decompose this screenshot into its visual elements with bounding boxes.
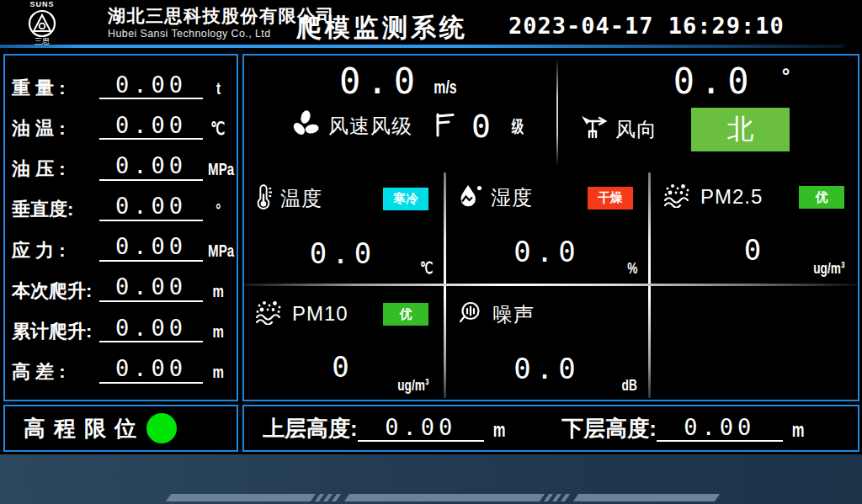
oil-pressure-row: 油 压 : 0.00 MPa — [12, 153, 233, 181]
grid-divider — [244, 284, 858, 286]
weight-value: 0.00 — [99, 72, 203, 100]
humidity-drop-icon — [458, 183, 483, 213]
pm25-cell: PM2.5 优 0 ug/m³ — [652, 171, 858, 282]
current-climb-label: 本次爬升: — [12, 280, 99, 302]
weight-unit: t — [216, 77, 220, 99]
height-diff-value: 0.00 — [99, 356, 203, 384]
datetime-display: 2023-04-17 16:29:10 — [508, 13, 785, 39]
current-climb-unit: m — [212, 279, 223, 302]
verticality-unit: ° — [216, 198, 221, 220]
logo-suns-text: SUNS — [22, 1, 62, 8]
stress-label: 应 力 : — [12, 240, 99, 262]
oil-pressure-label: 油 压 : — [12, 158, 99, 180]
temperature-label: 温度 — [280, 185, 322, 212]
fan-icon — [290, 109, 322, 144]
header-accent-line — [0, 45, 844, 48]
oil-temp-unit: ℃ — [211, 117, 226, 140]
noise-value: 0.0 — [448, 352, 646, 385]
oil-temp-label: 油 温 : — [12, 118, 99, 140]
pm25-unit: ug/m³ — [814, 259, 845, 279]
sensor-grid: 温度 寒冷 0.0 ℃ 湿度 干燥 — [244, 171, 858, 400]
monitoring-screen: SUNS 三思 湖北三思科技股份有限公司 Hubei Sansi Technol… — [0, 0, 862, 504]
lower-height-label: 下层高度: — [561, 416, 657, 442]
height-diff-unit: m — [212, 360, 223, 383]
lower-height-unit: m — [792, 419, 805, 443]
company-logo-icon — [28, 9, 56, 38]
wind-level-unit: 级 — [512, 115, 524, 138]
verticality-row: 垂直度: 0.00 ° — [12, 194, 233, 221]
lower-height-group: 下层高度: 0.00 m — [561, 415, 806, 443]
elevation-limit-label: 高程限位 — [24, 414, 145, 443]
humidity-value: 0.0 — [448, 235, 646, 268]
pm10-unit: ug/m³ — [398, 376, 429, 395]
noise-label: 噪声 — [492, 301, 535, 328]
temperature-status-badge: 寒冷 — [383, 188, 428, 210]
environment-panel: 0.0 m/s 风速风级 — [242, 54, 859, 401]
oil-pressure-value: 0.00 — [99, 153, 203, 181]
pm10-cell: PM10 优 0 ug/m³ — [244, 288, 442, 399]
taskbar-decor-stripe — [166, 494, 720, 501]
total-climb-label: 累计爬升: — [12, 321, 99, 342]
humidity-status-badge: 干燥 — [588, 187, 633, 210]
wind-level-value: 0 — [471, 108, 492, 145]
dust-icon — [254, 300, 285, 328]
dust-icon — [662, 183, 693, 211]
upper-height-group: 上层高度: 0.00 m — [263, 415, 508, 443]
company-logo: SUNS 三思 — [22, 1, 62, 45]
upper-height-label: 上层高度: — [263, 416, 358, 442]
noise-unit: dB — [621, 376, 636, 395]
wind-direction-value: 0.0 — [673, 62, 755, 101]
stress-value: 0.00 — [99, 234, 203, 262]
layer-heights-panel: 上层高度: 0.00 m 下层高度: 0.00 m — [242, 405, 859, 452]
wind-direction-unit: ° — [782, 64, 790, 88]
temperature-value: 0.0 — [244, 236, 442, 270]
wind-direction-label: 风向 — [615, 116, 657, 143]
weight-label: 重 量 : — [12, 77, 99, 99]
wind-direction-compass-badge: 北 — [691, 108, 790, 151]
wind-speed-section: 0.0 m/s 风速风级 — [244, 56, 556, 169]
humidity-cell: 湿度 干燥 0.0 % — [448, 171, 646, 282]
pm10-status-badge: 优 — [383, 303, 428, 326]
verticality-value: 0.00 — [99, 194, 203, 221]
current-climb-row: 本次爬升: 0.00 m — [12, 274, 233, 302]
oil-temp-row: 油 温 : 0.00 ℃ — [12, 113, 233, 141]
stress-unit: MPa — [208, 239, 234, 262]
elevation-limit-status-indicator — [146, 413, 177, 443]
temperature-cell: 温度 寒冷 0.0 ℃ — [244, 171, 442, 282]
lower-height-value: 0.00 — [657, 415, 783, 443]
upper-height-value: 0.00 — [358, 415, 484, 443]
height-diff-row: 高 差 : 0.00 m — [12, 356, 233, 384]
wind-speed-label: 风速风级 — [328, 113, 412, 140]
temperature-unit: ℃ — [420, 259, 433, 279]
measurements-panel: 重 量 : 0.00 t 油 温 : 0.00 ℃ 油 压 : 0.00 MPa… — [3, 54, 238, 401]
wind-vane-icon — [580, 114, 609, 145]
noise-cell: 噪声 0.0 dB — [448, 288, 646, 399]
page-title: 爬模监测系统 — [296, 11, 468, 45]
elevation-limit-panel: 高程限位 — [3, 405, 238, 452]
wind-direction-section: 0.0 ° — [558, 56, 858, 169]
verticality-label: 垂直度: — [12, 199, 99, 220]
total-climb-value: 0.00 — [99, 316, 203, 343]
oil-temp-value: 0.00 — [99, 113, 203, 141]
humidity-unit: % — [627, 259, 637, 279]
wind-speed-unit: m/s — [434, 77, 456, 98]
taskbar: 系统设置 — [0, 454, 862, 504]
empty-cell — [652, 288, 858, 399]
wind-level-flag-icon — [434, 112, 456, 141]
header: SUNS 三思 湖北三思科技股份有限公司 Hubei Sansi Technol… — [0, 0, 862, 46]
humidity-label: 湿度 — [491, 184, 533, 211]
wind-speed-value: 0.0 — [339, 62, 421, 101]
weight-row: 重 量 : 0.00 t — [12, 72, 233, 100]
pm10-label: PM10 — [292, 302, 349, 326]
total-climb-unit: m — [212, 320, 223, 342]
pm25-status-badge: 优 — [799, 186, 844, 209]
current-climb-value: 0.00 — [99, 274, 203, 302]
stress-row: 应 力 : 0.00 MPa — [12, 234, 233, 262]
total-climb-row: 累计爬升: 0.00 m — [12, 316, 233, 343]
oil-pressure-unit: MPa — [208, 157, 234, 180]
pm25-label: PM2.5 — [700, 185, 763, 209]
upper-height-unit: m — [493, 419, 506, 443]
height-diff-label: 高 差 : — [12, 361, 99, 383]
noise-icon — [458, 300, 485, 330]
thermometer-icon — [254, 183, 273, 215]
